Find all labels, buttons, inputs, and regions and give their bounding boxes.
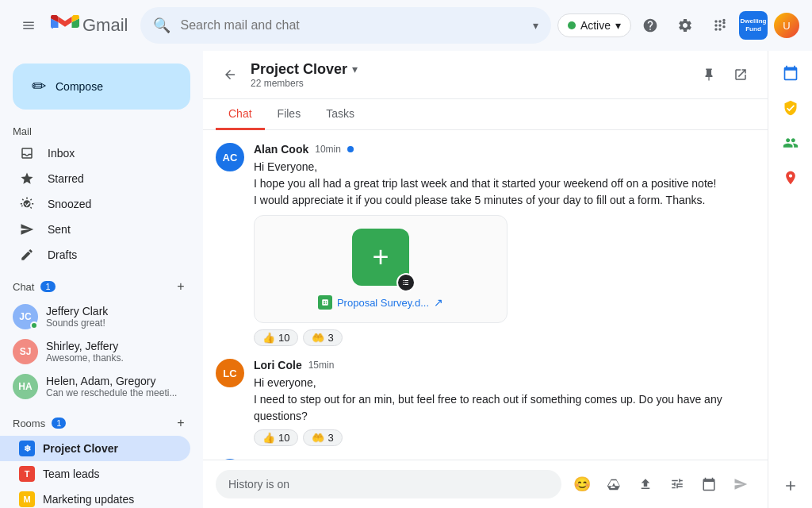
compose-plus-icon: ✏ — [32, 76, 46, 97]
shirley-avatar: SJ — [13, 339, 38, 364]
right-panel-maps-button[interactable] — [775, 162, 806, 194]
search-input[interactable] — [180, 18, 523, 33]
drive-button[interactable] — [599, 470, 628, 498]
inbox-label: Inbox — [48, 147, 75, 160]
jeffery-avatar: JC — [13, 304, 38, 329]
jeffery-name: Jeffery Clark — [46, 305, 108, 318]
menu-button[interactable] — [13, 10, 44, 41]
right-panel-tasks-button[interactable] — [775, 92, 806, 124]
sent-icon — [19, 222, 35, 237]
messages-area: AC Alan Cook 10min Hi Everyone, I hope y… — [203, 130, 768, 460]
attachment-name-row[interactable]: Proposal Survey.d... ↗ — [318, 295, 443, 310]
attachment-badge-icon — [396, 273, 416, 292]
room-item-team-leads[interactable]: T Team leads — [0, 461, 190, 487]
brand-name: DwellingFund — [741, 17, 767, 33]
team-leads-label: Team leads — [43, 468, 100, 480]
message-input-placeholder[interactable]: History is on — [216, 470, 561, 498]
sidebar-item-starred[interactable]: Starred — [0, 166, 190, 191]
reaction-thumbsup-1[interactable]: 👍10 — [254, 329, 298, 346]
right-panel-add-button[interactable] — [775, 470, 806, 502]
helen-preview: Can we reschedule the meeti... — [46, 387, 177, 398]
header-actions — [695, 60, 755, 89]
pin-button[interactable] — [695, 60, 723, 89]
message-2-content: Lori Cole 15min Hi everyone, I need to s… — [254, 359, 755, 446]
input-icons: 😊 — [568, 470, 755, 498]
active-status-button[interactable]: Active ▾ — [557, 13, 631, 37]
reaction-thumbsup-2[interactable]: 👍10 — [254, 429, 298, 446]
add-chat-button[interactable]: + — [171, 277, 190, 296]
shirley-chat-info: Shirley, Jeffery Awesome, thanks. — [46, 340, 124, 364]
brand-badge[interactable]: DwellingFund — [739, 11, 768, 40]
chat-item-jeffery[interactable]: JC Jeffery Clark Sounds great! — [0, 299, 190, 334]
active-dot-icon — [568, 21, 576, 29]
attachment-filename: Proposal Survey.d... — [337, 297, 429, 309]
tab-files[interactable]: Files — [265, 99, 314, 130]
calendar-input-button[interactable] — [695, 470, 723, 498]
settings-button[interactable] — [669, 10, 701, 41]
back-button[interactable] — [216, 60, 244, 89]
tab-chat[interactable]: Chat — [216, 99, 265, 130]
format-button[interactable] — [663, 470, 691, 498]
rooms-section-header[interactable]: Rooms 1 + — [0, 410, 203, 436]
chat-section-header[interactable]: Chat 1 + — [0, 274, 203, 299]
starred-label: Starred — [48, 172, 84, 185]
sidebar-item-inbox[interactable]: Inbox — [0, 140, 190, 166]
sidebar-item-drafts[interactable]: Drafts — [0, 242, 190, 267]
help-button[interactable] — [634, 10, 666, 41]
online-indicator — [30, 321, 38, 329]
search-bar[interactable]: 🔍 ▾ — [140, 7, 550, 44]
jeffery-preview: Sounds great! — [46, 318, 108, 329]
sidebar-item-sent[interactable]: Sent — [0, 217, 190, 242]
compose-button[interactable]: ✏ Compose — [13, 64, 190, 110]
add-room-button[interactable]: + — [171, 414, 190, 433]
helen-name: Helen, Adam, Gregory — [46, 375, 177, 387]
search-icon: 🔍 — [153, 17, 170, 34]
emoji-button[interactable]: 😊 — [568, 470, 596, 498]
mail-section-header[interactable]: Mail — [0, 122, 203, 140]
mail-section-label: Mail — [13, 125, 32, 137]
attachment-icon-box: + — [352, 229, 409, 286]
chat-header: Project Clover ▾ 22 members — [203, 51, 768, 99]
sender-name-2: Lori Cole — [254, 359, 302, 371]
shirley-preview: Awesome, thanks. — [46, 352, 124, 364]
tab-tasks[interactable]: Tasks — [313, 99, 367, 130]
input-area: History is on 😊 — [203, 460, 768, 508]
right-panel-calendar-button[interactable] — [775, 57, 806, 89]
project-clover-label: Project Clover — [43, 442, 118, 455]
inbox-icon — [19, 146, 35, 160]
search-dropdown-icon[interactable]: ▾ — [533, 19, 538, 32]
chat-title-section: Project Clover ▾ 22 members — [251, 61, 358, 89]
open-button[interactable] — [726, 60, 755, 89]
message-2: LC Lori Cole 15min Hi everyone, I need t… — [216, 359, 755, 446]
sidebar-item-snoozed[interactable]: Snoozed — [0, 191, 190, 217]
upload-button[interactable] — [631, 470, 660, 498]
reactions-1: 👍10 🤲3 — [254, 329, 755, 346]
tabs-bar: Chat Files Tasks — [203, 99, 768, 130]
room-item-project-clover[interactable]: ❄ Project Clover — [0, 436, 190, 461]
room-name: Project Clover — [251, 61, 347, 78]
active-label: Active — [580, 19, 611, 32]
online-dot-1 — [347, 146, 354, 152]
chat-item-shirley[interactable]: SJ Shirley, Jeffery Awesome, thanks. — [0, 334, 190, 369]
message-text-1: Hi Everyone, I hope you all had a great … — [254, 159, 755, 209]
send-time-2: 15min — [308, 360, 335, 371]
sent-label: Sent — [48, 223, 71, 236]
main-content: Project Clover ▾ 22 members Chat Files T… — [203, 51, 768, 508]
lori-cole-avatar: LC — [216, 359, 244, 387]
right-panel-contacts-button[interactable] — [775, 127, 806, 159]
open-attachment-icon[interactable]: ↗ — [434, 296, 443, 309]
room-name-caret-icon[interactable]: ▾ — [352, 63, 358, 75]
chat-section-label: Chat — [13, 281, 34, 293]
chat-item-helen[interactable]: HA Helen, Adam, Gregory Can we reschedul… — [0, 369, 190, 404]
attachment-plus-icon: + — [372, 241, 389, 274]
room-item-marketing[interactable]: M Marketing updates — [0, 487, 190, 508]
send-button[interactable] — [726, 470, 755, 498]
reaction-hands-2[interactable]: 🤲3 — [303, 429, 342, 446]
reaction-hands-1[interactable]: 🤲3 — [303, 329, 342, 346]
sender-name-1: Alan Cook — [254, 143, 308, 156]
project-clover-icon: ❄ — [19, 441, 35, 456]
members-count: 22 members — [251, 78, 358, 89]
compose-label: Compose — [56, 80, 103, 93]
user-avatar[interactable]: U — [774, 13, 799, 38]
apps-button[interactable] — [704, 10, 736, 41]
